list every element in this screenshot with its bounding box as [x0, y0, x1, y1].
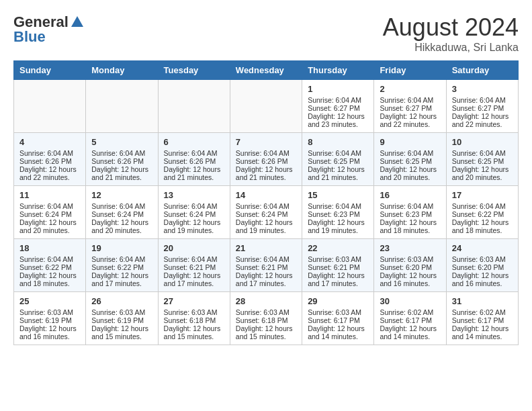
sunset-text: Sunset: 6:26 PM [91, 157, 152, 165]
daylight-text: Daylight: 12 hours and 15 minutes. [164, 324, 224, 340]
daylight-text: Daylight: 12 hours and 16 minutes. [452, 271, 513, 287]
daylight-text: Daylight: 12 hours and 17 minutes. [308, 271, 368, 287]
calendar-week-row: 4Sunrise: 6:04 AMSunset: 6:26 PMDaylight… [14, 133, 519, 186]
calendar-week-row: 1Sunrise: 6:04 AMSunset: 6:27 PMDaylight… [14, 80, 519, 133]
daylight-text: Daylight: 12 hours and 17 minutes. [236, 271, 296, 287]
sunrise-text: Sunrise: 6:03 AM [164, 308, 224, 316]
calendar-day-cell: 23Sunrise: 6:03 AMSunset: 6:20 PMDayligh… [374, 239, 446, 292]
sunrise-text: Sunrise: 6:04 AM [452, 149, 513, 157]
daylight-text: Daylight: 12 hours and 22 minutes. [452, 112, 513, 128]
daylight-text: Daylight: 12 hours and 17 minutes. [164, 271, 224, 287]
sunset-text: Sunset: 6:23 PM [380, 210, 440, 218]
svg-marker-0 [71, 16, 83, 27]
weekday-header: Saturday [446, 61, 518, 80]
sunrise-text: Sunrise: 6:04 AM [380, 96, 440, 104]
day-number: 24 [452, 243, 513, 253]
sunrise-text: Sunrise: 6:03 AM [236, 308, 296, 316]
day-number: 4 [19, 137, 80, 147]
calendar-day-cell: 13Sunrise: 6:04 AMSunset: 6:24 PMDayligh… [158, 186, 230, 239]
sunrise-text: Sunrise: 6:03 AM [19, 308, 80, 316]
calendar-week-row: 11Sunrise: 6:04 AMSunset: 6:24 PMDayligh… [14, 186, 519, 239]
day-number: 2 [380, 84, 440, 94]
sunrise-text: Sunrise: 6:04 AM [380, 149, 440, 157]
sunrise-text: Sunrise: 6:04 AM [19, 149, 80, 157]
calendar-day-cell: 10Sunrise: 6:04 AMSunset: 6:25 PMDayligh… [446, 133, 518, 186]
day-number: 29 [308, 296, 368, 306]
weekday-header: Sunday [14, 61, 86, 80]
sunrise-text: Sunrise: 6:04 AM [236, 255, 296, 263]
calendar-day-cell: 6Sunrise: 6:04 AMSunset: 6:26 PMDaylight… [158, 133, 230, 186]
daylight-text: Daylight: 12 hours and 20 minutes. [452, 165, 513, 181]
sunset-text: Sunset: 6:19 PM [19, 316, 80, 324]
sunset-text: Sunset: 6:26 PM [236, 157, 296, 165]
day-number: 3 [452, 84, 513, 94]
logo: General Blue [13, 13, 85, 46]
day-number: 15 [308, 190, 368, 200]
sunset-text: Sunset: 6:18 PM [236, 316, 296, 324]
daylight-text: Daylight: 12 hours and 19 minutes. [308, 218, 368, 234]
sunset-text: Sunset: 6:22 PM [452, 210, 513, 218]
sunrise-text: Sunrise: 6:04 AM [452, 202, 513, 210]
calendar-day-cell: 27Sunrise: 6:03 AMSunset: 6:18 PMDayligh… [158, 292, 230, 345]
calendar-day-cell: 30Sunrise: 6:02 AMSunset: 6:17 PMDayligh… [374, 292, 446, 345]
sunset-text: Sunset: 6:23 PM [308, 210, 368, 218]
calendar-day-cell: 28Sunrise: 6:03 AMSunset: 6:18 PMDayligh… [230, 292, 302, 345]
sunset-text: Sunset: 6:25 PM [452, 157, 513, 165]
daylight-text: Daylight: 12 hours and 20 minutes. [380, 165, 440, 181]
weekday-header: Tuesday [158, 61, 230, 80]
daylight-text: Daylight: 12 hours and 21 minutes. [91, 165, 152, 181]
page-header: General Blue August 2024 Hikkaduwa, Sri … [13, 13, 519, 54]
daylight-text: Daylight: 12 hours and 21 minutes. [164, 165, 224, 181]
daylight-text: Daylight: 12 hours and 14 minutes. [452, 324, 513, 340]
weekday-header: Monday [86, 61, 158, 80]
daylight-text: Daylight: 12 hours and 20 minutes. [19, 218, 80, 234]
sunset-text: Sunset: 6:27 PM [380, 104, 440, 112]
calendar-day-cell [86, 80, 158, 133]
daylight-text: Daylight: 12 hours and 18 minutes. [19, 271, 80, 287]
daylight-text: Daylight: 12 hours and 19 minutes. [236, 218, 296, 234]
daylight-text: Daylight: 12 hours and 15 minutes. [91, 324, 152, 340]
sunrise-text: Sunrise: 6:04 AM [19, 255, 80, 263]
calendar-day-cell: 18Sunrise: 6:04 AMSunset: 6:22 PMDayligh… [14, 239, 86, 292]
sunrise-text: Sunrise: 6:04 AM [380, 202, 440, 210]
day-number: 14 [236, 190, 296, 200]
calendar-day-cell [158, 80, 230, 133]
day-number: 17 [452, 190, 513, 200]
day-number: 31 [452, 296, 513, 306]
weekday-header: Thursday [302, 61, 374, 80]
daylight-text: Daylight: 12 hours and 14 minutes. [380, 324, 440, 340]
weekday-header: Friday [374, 61, 446, 80]
sunset-text: Sunset: 6:24 PM [91, 210, 152, 218]
sunset-text: Sunset: 6:27 PM [308, 104, 368, 112]
daylight-text: Daylight: 12 hours and 14 minutes. [308, 324, 368, 340]
day-number: 6 [164, 137, 224, 147]
sunrise-text: Sunrise: 6:04 AM [308, 149, 368, 157]
calendar-day-cell: 1Sunrise: 6:04 AMSunset: 6:27 PMDaylight… [302, 80, 374, 133]
sunset-text: Sunset: 6:21 PM [164, 263, 224, 271]
calendar-day-cell [14, 80, 86, 133]
day-number: 12 [91, 190, 152, 200]
sunrise-text: Sunrise: 6:04 AM [91, 255, 152, 263]
calendar-day-cell: 3Sunrise: 6:04 AMSunset: 6:27 PMDaylight… [446, 80, 518, 133]
daylight-text: Daylight: 12 hours and 23 minutes. [308, 112, 368, 128]
day-number: 28 [236, 296, 296, 306]
sunset-text: Sunset: 6:21 PM [308, 263, 368, 271]
sunrise-text: Sunrise: 6:04 AM [164, 255, 224, 263]
daylight-text: Daylight: 12 hours and 18 minutes. [380, 218, 440, 234]
calendar-day-cell: 9Sunrise: 6:04 AMSunset: 6:25 PMDaylight… [374, 133, 446, 186]
sunrise-text: Sunrise: 6:03 AM [91, 308, 152, 316]
sunset-text: Sunset: 6:26 PM [19, 157, 80, 165]
sunset-text: Sunset: 6:25 PM [380, 157, 440, 165]
sunset-text: Sunset: 6:27 PM [452, 104, 513, 112]
sunset-text: Sunset: 6:18 PM [164, 316, 224, 324]
sunset-text: Sunset: 6:24 PM [19, 210, 80, 218]
sunrise-text: Sunrise: 6:04 AM [91, 202, 152, 210]
page-title: August 2024 [383, 13, 519, 42]
daylight-text: Daylight: 12 hours and 15 minutes. [236, 324, 296, 340]
sunrise-text: Sunrise: 6:04 AM [236, 149, 296, 157]
page-subtitle: Hikkaduwa, Sri Lanka [383, 42, 519, 54]
calendar-day-cell: 15Sunrise: 6:04 AMSunset: 6:23 PMDayligh… [302, 186, 374, 239]
calendar-day-cell: 26Sunrise: 6:03 AMSunset: 6:19 PMDayligh… [86, 292, 158, 345]
day-number: 11 [19, 190, 80, 200]
daylight-text: Daylight: 12 hours and 22 minutes. [380, 112, 440, 128]
